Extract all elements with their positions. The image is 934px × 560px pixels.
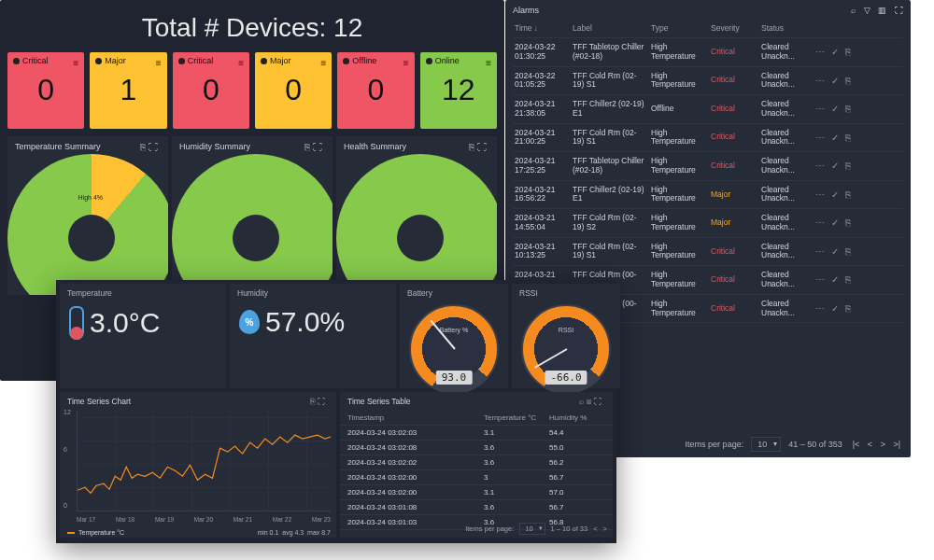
battery-gauge: Battery % 93.0 [409, 304, 499, 394]
menu-icon[interactable]: ≡ [403, 58, 409, 68]
more-icon[interactable]: ⋯ [815, 161, 827, 171]
chart-line [78, 435, 331, 493]
status-card[interactable]: Critical ≡ 0 [7, 52, 84, 129]
pager-size-select[interactable]: 10 [751, 437, 781, 452]
alarm-row[interactable]: 2024-03-21 16:56:22 TFF Chiller2 (02-19)… [513, 181, 903, 210]
check-icon[interactable]: ✓ [831, 303, 841, 314]
columns-icon[interactable]: ▥ [587, 397, 594, 406]
copy-icon[interactable]: ⎘ [140, 142, 149, 152]
more-icon[interactable]: ⋯ [815, 274, 827, 285]
search-icon[interactable]: ⌕ [851, 6, 856, 15]
expand-icon[interactable]: ⛶ [477, 142, 489, 152]
check-icon[interactable]: ✓ [831, 246, 841, 257]
check-icon[interactable]: ✓ [831, 104, 841, 114]
status-card[interactable]: Critical ≡ 0 [173, 52, 249, 129]
status-card[interactable]: Offline ≡ 0 [337, 52, 414, 129]
col-severity[interactable]: Severity [711, 23, 757, 33]
chart-plot-area[interactable] [77, 411, 331, 511]
alarm-row[interactable]: 2024-03-21 21:00:25 TFF Cold Rm (02-19) … [513, 124, 903, 153]
clipboard-icon[interactable]: ⎘ [845, 133, 853, 143]
clipboard-icon[interactable]: ⎘ [845, 217, 853, 228]
more-icon[interactable]: ⋯ [815, 189, 827, 200]
status-label: Major [105, 56, 126, 65]
clipboard-icon[interactable]: ⎘ [845, 303, 853, 314]
expand-icon[interactable]: ⛶ [895, 6, 903, 15]
pager-last-icon[interactable]: >| [893, 440, 900, 449]
clipboard-icon[interactable]: ⎘ [845, 274, 853, 285]
more-icon[interactable]: ⋯ [815, 104, 827, 114]
columns-icon[interactable]: ▥ [878, 6, 886, 15]
more-icon[interactable]: ⋯ [815, 303, 827, 314]
check-icon[interactable]: ✓ [831, 133, 841, 143]
ts-table-row[interactable]: 2024-03-24 03:02:00 3.1 57.0 [340, 485, 613, 500]
copy-icon[interactable]: ⎘ [469, 142, 477, 152]
status-card[interactable]: Major ≡ 0 [255, 52, 332, 129]
alarm-row[interactable]: 2024-03-21 21:38:05 TFF Chiller2 (02-19)… [513, 95, 903, 124]
clipboard-icon[interactable]: ⎘ [845, 161, 853, 171]
pager-next-icon[interactable]: > [603, 525, 607, 533]
pager-first-icon[interactable]: |< [853, 440, 860, 449]
status-card[interactable]: Major ≡ 1 [90, 52, 166, 129]
check-icon[interactable]: ✓ [831, 161, 841, 171]
more-icon[interactable]: ⋯ [815, 76, 827, 86]
pager-prev-icon[interactable]: < [868, 440, 872, 449]
cell-hum: 57.0 [549, 488, 605, 497]
summary-card: Humidity Summary ⎘⛶ [172, 136, 333, 295]
copy-icon[interactable]: ⎘ [310, 397, 318, 406]
expand-icon[interactable]: ⛶ [149, 142, 161, 152]
x-tick: Mar 20 [194, 516, 213, 523]
check-icon[interactable]: ✓ [831, 189, 841, 200]
more-icon[interactable]: ⋯ [815, 47, 827, 57]
check-icon[interactable]: ✓ [831, 47, 841, 57]
col-temp[interactable]: Temperature °C [484, 413, 549, 422]
clipboard-icon[interactable]: ⎘ [845, 76, 853, 86]
ts-table-row[interactable]: 2024-03-24 03:02:03 3.1 54.4 [340, 426, 613, 441]
more-icon[interactable]: ⋯ [815, 217, 827, 228]
donut-chart [172, 154, 333, 295]
status-card[interactable]: Online ≡ 12 [420, 52, 497, 129]
clipboard-icon[interactable]: ⎘ [845, 189, 853, 200]
col-label[interactable]: Label [573, 23, 647, 33]
menu-icon[interactable]: ≡ [486, 58, 491, 68]
menu-icon[interactable]: ≡ [320, 58, 326, 68]
search-icon[interactable]: ⌕ [579, 397, 587, 406]
pager-prev-icon[interactable]: < [593, 525, 597, 533]
ts-table-row[interactable]: 2024-03-24 03:02:00 3 56.7 [340, 470, 613, 485]
summary-card: Health Summary ⎘⛶ [336, 136, 497, 295]
check-icon[interactable]: ✓ [831, 217, 841, 228]
pager-nav: |< < > >| [850, 440, 903, 449]
expand-icon[interactable]: ⛶ [313, 142, 325, 152]
col-time[interactable]: Time [515, 23, 569, 33]
ts-table-row[interactable]: 2024-03-24 03:02:08 3.6 55.0 [340, 441, 613, 455]
alarm-row[interactable]: 2024-03-21 10:13:25 TFF Cold Rm (02-19) … [513, 238, 903, 267]
expand-icon[interactable]: ⛶ [594, 397, 605, 406]
col-timestamp[interactable]: Timestamp [347, 413, 484, 422]
pager-size-select[interactable]: 10 [519, 523, 545, 535]
menu-icon[interactable]: ≡ [238, 58, 244, 68]
filter-icon[interactable]: ▽ [864, 6, 870, 15]
check-icon[interactable]: ✓ [831, 76, 841, 86]
ts-table-row[interactable]: 2024-03-24 03:02:02 3.6 56.2 [340, 455, 613, 470]
alarm-row[interactable]: 2024-03-21 14:55:04 TFF Cold Rm (02-19) … [513, 209, 903, 238]
alarm-row[interactable]: 2024-03-21 17:25:25 TFF Tabletop Chiller… [513, 152, 903, 181]
col-hum[interactable]: Humidity % [549, 413, 605, 422]
check-icon[interactable]: ✓ [831, 274, 841, 285]
ts-table-row[interactable]: 2024-03-24 03:01:08 3.6 56.7 [340, 500, 613, 515]
more-icon[interactable]: ⋯ [815, 246, 827, 257]
cell-severity: Major [711, 218, 757, 228]
clipboard-icon[interactable]: ⎘ [845, 47, 853, 57]
menu-icon[interactable]: ≡ [156, 58, 162, 68]
cell-type: High Temperature [651, 243, 707, 261]
col-type[interactable]: Type [651, 23, 707, 33]
clipboard-icon[interactable]: ⎘ [845, 104, 853, 114]
pager-next-icon[interactable]: > [881, 440, 885, 449]
alarm-row[interactable]: 2024-03-22 01:30:25 TFF Tabletop Chiller… [513, 38, 903, 67]
expand-icon[interactable]: ⛶ [318, 397, 329, 406]
menu-icon[interactable]: ≡ [73, 58, 78, 68]
copy-icon[interactable]: ⎘ [304, 142, 313, 152]
alarm-row[interactable]: 2024-03-22 01:05:25 TFF Cold Rm (02-19) … [513, 67, 903, 96]
more-icon[interactable]: ⋯ [815, 133, 827, 143]
cell-status: Cleared Unackn... [761, 214, 808, 232]
clipboard-icon[interactable]: ⎘ [845, 246, 853, 257]
col-status[interactable]: Status [761, 23, 808, 33]
